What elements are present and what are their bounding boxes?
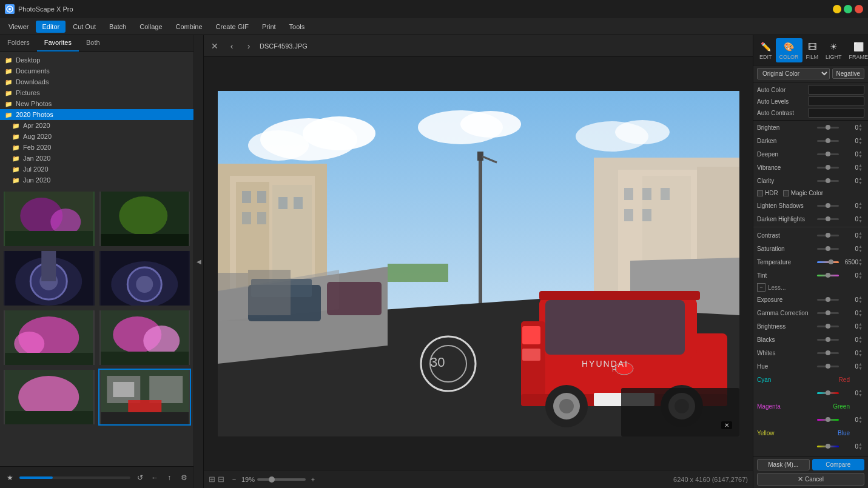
tint-slider[interactable] [817,275,839,276]
darken-slider[interactable] [817,140,839,142]
sidebar-item-apr2020[interactable]: 📁 Apr 2020 [0,120,193,131]
menu-print[interactable]: Print [256,21,282,33]
color-mode-select[interactable]: Original Color [757,68,830,79]
tint-arrows[interactable]: ▲▼ [858,271,864,279]
menu-creategif[interactable]: Create GIF [210,21,255,33]
gamma-arrows[interactable]: ▲▼ [858,309,864,317]
brightness-arrows[interactable]: ▲▼ [858,322,864,330]
gamma-slider[interactable] [817,312,839,314]
less-button[interactable]: − Less... [753,282,868,293]
grid-icon[interactable]: ⊞ [209,475,215,484]
grid-icon-2[interactable]: ⊟ [218,475,224,484]
saturation-slider[interactable] [817,248,839,250]
sidebar-item-2020photos[interactable]: 📁 2020 Photos [0,109,193,120]
sidebar-item-newphotos[interactable]: 📁 New Photos [0,98,193,109]
clarity-slider[interactable] [817,180,839,182]
menu-combine[interactable]: Combine [170,21,209,33]
brighten-slider[interactable] [817,127,839,129]
sidebar-item-jul2020[interactable]: 📁 Jul 2020 [0,164,193,175]
temperature-arrows[interactable]: ▲▼ [858,258,864,266]
tool-frame[interactable]: ⬜ FRAME [846,38,868,62]
hue-arrows[interactable]: ▲▼ [858,362,864,370]
saturation-arrows[interactable]: ▲▼ [858,244,864,253]
tab-favorites[interactable]: Favorites [37,35,79,52]
menu-collage[interactable]: Collage [133,21,168,33]
compare-button[interactable]: Compare [812,459,865,470]
yellow-blue-arrows[interactable]: ▲▼ [858,442,864,450]
back-icon[interactable]: ← [150,473,160,483]
thumbnail-item[interactable] [2,250,96,307]
darken-highlights-arrows[interactable]: ▲▼ [858,215,864,223]
whites-arrows[interactable]: ▲▼ [858,349,864,357]
tab-folders[interactable]: Folders [0,35,37,52]
thumbnail-item[interactable] [98,309,192,366]
zoom-slider[interactable] [257,478,306,481]
magic-color-checkbox[interactable] [783,190,789,196]
vibrance-arrows[interactable]: ▲▼ [858,163,864,172]
sidebar-item-jan2020[interactable]: 📁 Jan 2020 [0,153,193,164]
exposure-arrows[interactable]: ▲▼ [858,295,864,304]
maximize-button[interactable] [844,5,852,13]
blacks-arrows[interactable]: ▲▼ [858,335,864,344]
cyan-red-slider[interactable] [817,392,839,394]
hdr-checkbox-label[interactable]: HDR [757,190,778,196]
thumbnail-item[interactable] [2,309,96,366]
settings-icon[interactable]: ⚙ [179,473,189,483]
close-image-button[interactable]: ✕ [209,40,221,52]
hue-slider[interactable] [817,366,839,367]
whites-slider[interactable] [817,352,839,354]
zoom-out-button[interactable]: − [229,475,239,484]
sidebar-item-aug2020[interactable]: 📁 Aug 2020 [0,131,193,142]
negative-button[interactable]: Negative [832,69,864,79]
lighten-shadows-slider[interactable] [817,205,839,207]
thumbnail-item[interactable] [98,250,192,307]
tab-both[interactable]: Both [79,35,107,52]
thumbnail-item[interactable] [2,190,96,247]
thumbnail-item-selected[interactable] [98,369,192,426]
hdr-checkbox[interactable] [757,190,763,196]
auto-color-dropdown[interactable] [808,85,864,95]
minimize-button[interactable] [833,5,841,13]
star-icon[interactable]: ★ [5,473,15,483]
contrast-arrows[interactable]: ▲▼ [858,231,864,239]
deepen-slider[interactable] [817,153,839,155]
sidebar-item-jun2020[interactable]: 📁 Jun 2020 [0,175,193,186]
deepen-arrows[interactable]: ▲▼ [858,150,864,158]
sidebar-collapse-button[interactable]: ◀ [194,35,204,488]
menu-cutout[interactable]: Cut Out [67,21,102,33]
magenta-green-slider[interactable] [817,419,839,421]
temperature-slider[interactable] [817,261,839,263]
yellow-blue-slider[interactable] [817,446,839,447]
menu-batch[interactable]: Batch [103,21,132,33]
tool-film[interactable]: 🎞 FILM [802,38,823,62]
zoom-in-button[interactable]: + [308,475,318,484]
prev-image-button[interactable]: ‹ [226,40,238,52]
close-button[interactable] [855,5,863,13]
sidebar-item-feb2020[interactable]: 📁 Feb 2020 [0,142,193,153]
tool-color[interactable]: 🎨 COLOR [776,38,802,62]
window-controls[interactable] [833,5,863,13]
cancel-button[interactable]: ✕ Cancel [757,473,864,486]
sidebar-item-pictures[interactable]: 📁 Pictures [0,87,193,98]
exposure-slider[interactable] [817,299,839,301]
brighten-arrows[interactable]: ▲▼ [858,123,864,132]
lighten-shadows-arrows[interactable]: ▲▼ [858,201,864,210]
auto-contrast-dropdown[interactable] [808,108,864,118]
menu-editor[interactable]: Editor [36,21,66,33]
darken-highlights-slider[interactable] [817,218,839,220]
magenta-green-arrows[interactable]: ▲▼ [858,415,864,424]
thumbnail-item[interactable] [98,190,192,247]
contrast-slider[interactable] [817,235,839,236]
next-image-button[interactable]: › [243,40,255,52]
menu-viewer[interactable]: Viewer [2,21,35,33]
image-close-badge[interactable]: ✕ [721,421,732,429]
brightness-slider[interactable] [817,326,839,327]
magic-color-checkbox-label[interactable]: Magic Color [783,190,823,196]
menu-tools[interactable]: Tools [283,21,311,33]
vibrance-slider[interactable] [817,167,839,169]
clarity-arrows[interactable]: ▲▼ [858,176,864,185]
sidebar-item-desktop[interactable]: 📁 Desktop [0,55,193,65]
thumbnail-item[interactable] [2,369,96,426]
blacks-slider[interactable] [817,339,839,341]
darken-arrows[interactable]: ▲▼ [858,136,864,145]
